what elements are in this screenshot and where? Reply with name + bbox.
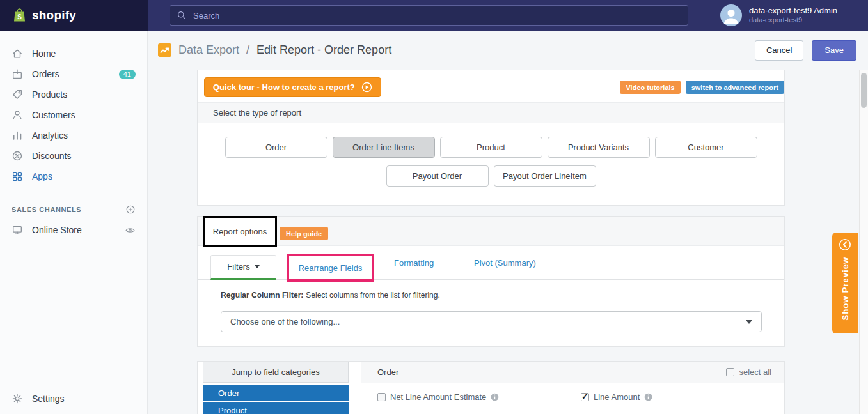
tab-rearrange-fields[interactable]: Rearrange Fields — [299, 263, 363, 273]
video-tutorials-button[interactable]: Video tutorials — [620, 80, 680, 94]
type-button-customer[interactable]: Customer — [655, 137, 757, 158]
vertical-scrollbar[interactable] — [859, 70, 868, 414]
tab-formatting-label: Formatting — [394, 258, 434, 268]
field-item: Net Line Amount Estimate — [377, 392, 499, 402]
select-type-section-title: Select the type of report — [198, 102, 784, 123]
sidebar-item-label: Apps — [32, 171, 52, 181]
user-menu[interactable]: data-export-test9 Admin data-export-test… — [720, 0, 858, 31]
sales-channels-label: SALES CHANNELS — [12, 206, 81, 213]
avatar — [720, 4, 742, 26]
search-bar[interactable] — [170, 5, 688, 26]
play-icon — [361, 82, 372, 93]
shopify-admin-screen: S shopify data-export-test9 Admin — [0, 0, 868, 414]
field-checkbox-row: Net Line Amount Estimate Line Amount — [361, 383, 784, 414]
sidebar-item-customers[interactable]: Customers — [0, 105, 147, 125]
quick-tour-row: Quick tour - How to create a report? Vid… — [204, 77, 784, 97]
help-guide-button[interactable]: Help guide — [280, 227, 328, 240]
shopify-logo[interactable]: S shopify — [0, 0, 148, 31]
gear-icon — [12, 393, 23, 404]
save-button[interactable]: Save — [812, 40, 856, 61]
switch-to-advanced-button[interactable]: switch to advanced report — [686, 80, 784, 94]
sidebar-item-label: Online Store — [32, 225, 82, 235]
info-icon[interactable] — [491, 393, 499, 401]
field-checkbox[interactable] — [377, 393, 386, 401]
header-actions: Cancel Save — [755, 40, 856, 61]
home-icon — [12, 48, 23, 59]
sales-channels-header: SALES CHANNELS — [0, 199, 147, 220]
filter-hint-text: Select columns from the list for filteri… — [306, 291, 439, 300]
add-channel-icon[interactable] — [125, 204, 136, 215]
cancel-button[interactable]: Cancel — [755, 40, 803, 61]
shopify-bag-icon: S — [13, 8, 26, 23]
scrollbar-thumb[interactable] — [861, 73, 867, 108]
sidebar-item-label: Orders — [32, 69, 59, 79]
type-button-product-variants[interactable]: Product Variants — [548, 137, 650, 158]
category-item-product[interactable]: Product — [203, 402, 349, 414]
tab-pivot-summary[interactable]: Pivot (Summary) — [474, 246, 536, 280]
tab-filters[interactable]: Filters — [210, 255, 276, 280]
select-all-control[interactable]: select all — [726, 367, 771, 377]
field-group-header: Order select all — [361, 362, 784, 383]
show-preview-button[interactable]: Show Preview — [832, 233, 858, 334]
sidebar-item-orders[interactable]: Orders 41 — [0, 64, 147, 84]
data-export-app-icon — [158, 43, 171, 57]
field-group-title: Order — [377, 367, 398, 377]
arrow-left-circle-icon — [839, 238, 851, 251]
report-type-card: Quick tour - How to create a report? Vid… — [197, 70, 785, 206]
customers-icon — [12, 109, 23, 121]
category-item-order[interactable]: Order — [203, 385, 349, 401]
report-options-strip: Report options Help guide — [198, 217, 784, 246]
sidebar: Home Orders 41 Products Customers — [0, 31, 148, 414]
filter-hint-bold: Regular Column Filter: — [221, 291, 303, 300]
report-options-tabs: Filters Rearrange Fields Formatting Pivo… — [198, 246, 784, 280]
eye-icon[interactable] — [125, 225, 136, 236]
report-options-card: Report options Help guide Filters Rearra… — [197, 216, 785, 347]
sidebar-item-products[interactable]: Products — [0, 84, 147, 105]
type-button-payout-order-lineitem[interactable]: Payout Order LineItem — [494, 165, 596, 187]
caret-down-icon — [746, 320, 752, 324]
type-button-product[interactable]: Product — [440, 137, 542, 158]
type-button-order-line-items[interactable]: Order Line Items — [333, 137, 435, 158]
select-all-checkbox[interactable] — [726, 368, 734, 376]
field-label: Net Line Amount Estimate — [390, 392, 486, 402]
regular-column-filter-hint: Regular Column Filter:Select columns fro… — [221, 291, 440, 300]
report-options-annotation-box: Report options — [203, 216, 277, 247]
report-options-title: Report options — [213, 227, 267, 236]
tag-icon — [12, 89, 23, 100]
sidebar-item-settings[interactable]: Settings — [0, 388, 147, 409]
quick-tour-button[interactable]: Quick tour - How to create a report? — [204, 77, 381, 97]
select-all-label: select all — [739, 367, 771, 377]
jump-to-categories-panel: Jump to field categories Order Product — [203, 362, 349, 414]
type-button-order[interactable]: Order — [225, 137, 327, 158]
field-checkbox[interactable] — [581, 393, 589, 401]
sidebar-item-discounts[interactable]: Discounts — [0, 146, 147, 166]
tab-formatting[interactable]: Formatting — [394, 246, 434, 280]
info-icon[interactable] — [644, 393, 652, 401]
shopify-logo-text: shopify — [32, 8, 76, 22]
svg-text:S: S — [17, 13, 22, 20]
orders-count-badge: 41 — [119, 70, 136, 79]
user-name: data-export-test9 Admin — [749, 6, 858, 16]
topbar: S shopify data-export-test9 Admin — [0, 0, 868, 31]
sidebar-item-label: Home — [32, 49, 56, 59]
rearrange-fields-annotation-box: Rearrange Fields — [287, 254, 374, 282]
sidebar-item-analytics[interactable]: Analytics — [0, 125, 147, 146]
type-button-payout-order[interactable]: Payout Order — [386, 165, 489, 187]
field-item: Line Amount — [581, 392, 652, 402]
sidebar-item-online-store[interactable]: Online Store — [0, 220, 147, 240]
apps-icon — [12, 171, 23, 182]
column-filter-dropdown[interactable]: Choose one of the following... — [221, 311, 762, 332]
search-input[interactable] — [192, 10, 681, 21]
sidebar-item-apps[interactable]: Apps — [0, 166, 147, 187]
breadcrumb: Data Export / Edit Report - Order Report — [158, 43, 391, 57]
sidebar-item-home[interactable]: Home — [0, 43, 147, 64]
discounts-icon — [12, 150, 23, 162]
search-icon — [177, 10, 187, 20]
sidebar-item-label: Customers — [32, 110, 75, 120]
breadcrumb-app-link[interactable]: Data Export — [178, 43, 239, 57]
jump-panel-title: Jump to field categories — [203, 362, 349, 383]
sidebar-item-label: Discounts — [32, 151, 71, 161]
show-preview-label: Show Preview — [840, 257, 850, 320]
dropdown-selected-value: Choose one of the following... — [230, 317, 340, 326]
field-label: Line Amount — [594, 392, 640, 402]
